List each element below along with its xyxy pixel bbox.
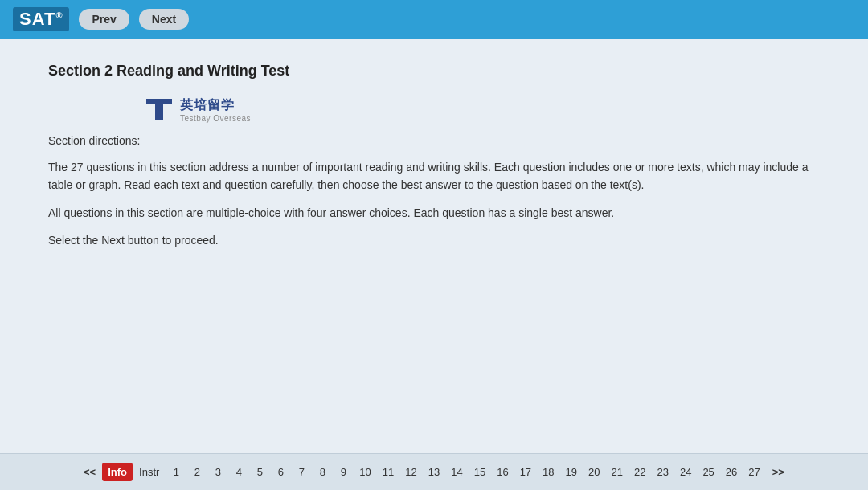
body-text: The 27 questions in this section address… bbox=[48, 158, 820, 250]
logo-en-text: Testbay Overseas bbox=[180, 114, 251, 123]
page-4[interactable]: 4 bbox=[228, 463, 249, 481]
page-27[interactable]: 27 bbox=[743, 463, 765, 481]
section-title: Section 2 Reading and Writing Test bbox=[48, 63, 820, 80]
page-24[interactable]: 24 bbox=[674, 463, 697, 481]
page-21[interactable]: 21 bbox=[606, 463, 628, 481]
main-content: Section 2 Reading and Writing Test 英培留学 … bbox=[0, 39, 868, 453]
prev-button[interactable]: Prev bbox=[79, 9, 129, 30]
testbay-brand: 英培留学 Testbay Overseas bbox=[180, 97, 251, 123]
page-10[interactable]: 10 bbox=[354, 463, 376, 481]
page-6[interactable]: 6 bbox=[270, 463, 291, 481]
page-25[interactable]: 25 bbox=[697, 463, 719, 481]
paragraph-2: All questions in this section are multip… bbox=[48, 204, 820, 222]
page-22[interactable]: 22 bbox=[628, 463, 651, 481]
next-button[interactable]: Next bbox=[139, 9, 189, 30]
bottom-prev-arrow[interactable]: << bbox=[77, 461, 102, 483]
page-19[interactable]: 19 bbox=[560, 463, 583, 481]
page-18[interactable]: 18 bbox=[537, 463, 559, 481]
page-3[interactable]: 3 bbox=[207, 463, 228, 481]
paragraph-3: Select the Next button to proceed. bbox=[48, 231, 820, 249]
directions-row: Section directions: bbox=[48, 134, 820, 147]
sat-logo: SAT® bbox=[13, 7, 69, 31]
testbay-logo-icon bbox=[145, 96, 174, 125]
bottom-nav-bar: << Info Instr 1 2 3 4 5 6 7 8 9 10 11 12… bbox=[0, 453, 868, 490]
page-13[interactable]: 13 bbox=[423, 463, 445, 481]
page-1[interactable]: 1 bbox=[166, 463, 186, 481]
page-23[interactable]: 23 bbox=[651, 463, 674, 481]
page-11[interactable]: 11 bbox=[377, 463, 399, 481]
logo-cn-text: 英培留学 bbox=[180, 98, 235, 112]
page-14[interactable]: 14 bbox=[445, 463, 468, 481]
svg-rect-1 bbox=[155, 104, 163, 120]
page-2[interactable]: 2 bbox=[186, 463, 207, 481]
page-16[interactable]: 16 bbox=[491, 463, 514, 481]
page-7[interactable]: 7 bbox=[291, 463, 312, 481]
directions-label: Section directions: bbox=[48, 134, 161, 147]
header: SAT® Prev Next bbox=[0, 0, 868, 39]
info-button[interactable]: Info bbox=[102, 463, 133, 481]
page-17[interactable]: 17 bbox=[514, 463, 537, 481]
page-20[interactable]: 20 bbox=[583, 463, 605, 481]
page-9[interactable]: 9 bbox=[333, 463, 354, 481]
paragraph-1: The 27 questions in this section address… bbox=[48, 158, 820, 194]
logo-text: SAT bbox=[19, 9, 55, 29]
page-5[interactable]: 5 bbox=[249, 463, 270, 481]
svg-rect-0 bbox=[146, 99, 172, 104]
page-12[interactable]: 12 bbox=[399, 463, 422, 481]
page-8[interactable]: 8 bbox=[312, 463, 333, 481]
page-15[interactable]: 15 bbox=[469, 463, 491, 481]
bottom-next-arrow[interactable]: >> bbox=[766, 461, 791, 483]
instr-button[interactable]: Instr bbox=[133, 463, 166, 481]
logo-area: 英培留学 Testbay Overseas bbox=[145, 96, 820, 125]
page-26[interactable]: 26 bbox=[720, 463, 743, 481]
